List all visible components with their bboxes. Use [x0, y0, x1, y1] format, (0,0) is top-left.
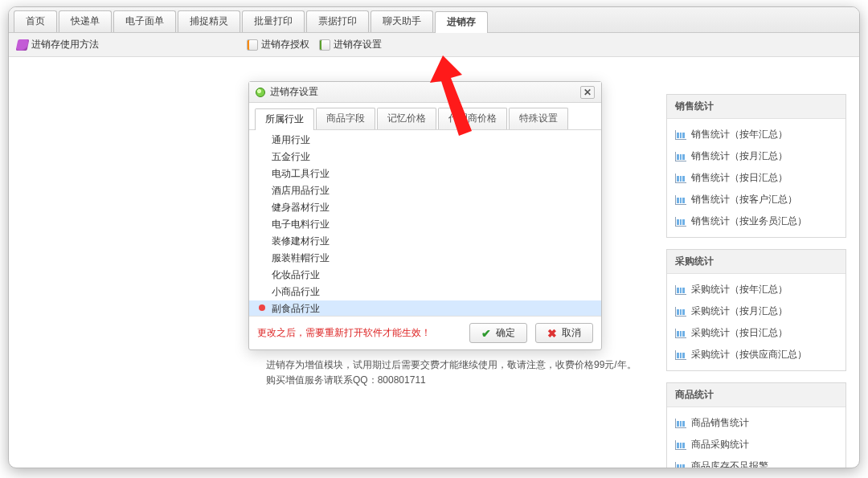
- industry-item[interactable]: 五金行业: [249, 149, 601, 165]
- main-tab[interactable]: 聊天助手: [371, 10, 433, 32]
- dialog-close-button[interactable]: ✕: [580, 86, 595, 99]
- dialog-tab[interactable]: 所属行业: [255, 108, 314, 130]
- toolbar-usage-methods[interactable]: 进销存使用方法: [17, 38, 99, 51]
- dialog-tab[interactable]: 特殊设置: [509, 108, 568, 129]
- sidebar-item[interactable]: 采购统计（按月汇总）: [667, 300, 845, 322]
- sidebar-item[interactable]: 销售统计（按月汇总）: [667, 145, 845, 167]
- industry-item[interactable]: 化妆品行业: [249, 267, 601, 284]
- sidebar-group: 销售统计销售统计（按年汇总）销售统计（按月汇总）销售统计（按日汇总）销售统计（按…: [666, 94, 846, 238]
- sidebar-group-items: 销售统计（按年汇总）销售统计（按月汇总）销售统计（按日汇总）销售统计（按客户汇总…: [667, 119, 845, 237]
- content-area: 进销存设置 ✕ 所属行业商品字段记忆价格代理商价格特殊设置 通用行业五金行业电动…: [9, 57, 859, 463]
- sidebar-item-label: 采购统计（按日汇总）: [691, 326, 788, 340]
- sidebar-group-title: 销售统计: [667, 95, 845, 119]
- industry-item[interactable]: 小商品行业: [249, 284, 601, 300]
- toolbar-auth[interactable]: 进销存授权: [247, 38, 309, 51]
- toolbar-settings-label: 进销存设置: [334, 38, 382, 51]
- sidebar-item-label: 商品采购统计: [691, 438, 749, 451]
- sidebar-group: 采购统计采购统计（按年汇总）采购统计（按月汇总）采购统计（按日汇总）采购统计（按…: [666, 249, 846, 371]
- main-tab[interactable]: 票据打印: [306, 10, 369, 32]
- chart-icon: [675, 440, 686, 450]
- chart-icon: [675, 462, 686, 469]
- settings-dialog: 进销存设置 ✕ 所属行业商品字段记忆价格代理商价格特殊设置 通用行业五金行业电动…: [248, 81, 602, 350]
- industry-item[interactable]: 电动工具行业: [249, 165, 601, 182]
- dialog-title: 进销存设置: [270, 85, 318, 99]
- cancel-button-label: 取消: [562, 326, 581, 340]
- dialog-titlebar: 进销存设置 ✕: [249, 82, 601, 103]
- industry-item[interactable]: 副食品行业: [249, 300, 601, 316]
- main-tab-strip: 首页快递单电子面单捕捉精灵批量打印票据打印聊天助手进销存: [9, 7, 859, 33]
- sidebar-group-title: 商品统计: [667, 383, 845, 407]
- sidebar-item[interactable]: 销售统计（按日汇总）: [667, 167, 845, 189]
- sidebar-group-items: 采购统计（按年汇总）采购统计（按月汇总）采购统计（按日汇总）采购统计（按供应商汇…: [667, 274, 845, 370]
- sidebar-item[interactable]: 采购统计（按年汇总）: [667, 279, 845, 300]
- dialog-footer-warning: 更改之后，需要重新打开软件才能生效！: [257, 326, 461, 340]
- sidebar-item[interactable]: 销售统计（按年汇总）: [667, 124, 845, 145]
- main-tab[interactable]: 首页: [14, 10, 57, 32]
- purchase-note-qq: 800801711: [378, 374, 426, 386]
- book-icon: [16, 39, 30, 51]
- auth-icon: [247, 39, 258, 51]
- dialog-tab[interactable]: 商品字段: [316, 108, 375, 129]
- sidebar-item-label: 商品库存不足报警: [691, 460, 768, 468]
- industry-item[interactable]: 健身器材行业: [249, 199, 601, 216]
- chart-icon: [675, 285, 686, 295]
- purchase-note-line2-prefix: 购买增值服务请联系QQ：: [266, 374, 378, 386]
- industry-item[interactable]: 通用行业: [249, 132, 601, 149]
- sidebar-item[interactable]: 商品采购统计: [667, 434, 845, 456]
- sidebar-item[interactable]: 采购统计（按日汇总）: [667, 322, 845, 344]
- sidebar-item-label: 销售统计（按日汇总）: [691, 171, 788, 185]
- app-window: 首页快递单电子面单捕捉精灵批量打印票据打印聊天助手进销存 进销存使用方法 进销存…: [8, 6, 860, 468]
- main-tab[interactable]: 快递单: [59, 10, 112, 32]
- sidebar-item-label: 采购统计（按月汇总）: [691, 304, 788, 318]
- dialog-status-icon: [256, 88, 265, 97]
- dialog-body: 通用行业五金行业电动工具行业酒店用品行业健身器材行业电子电料行业装修建材行业服装…: [249, 130, 601, 316]
- sidebar-item[interactable]: 采购统计（按供应商汇总）: [667, 344, 845, 366]
- dialog-tab[interactable]: 代理商价格: [438, 108, 507, 129]
- chart-icon: [675, 152, 686, 161]
- sidebar-item-label: 商品销售统计: [691, 416, 749, 430]
- main-tab[interactable]: 进销存: [435, 11, 488, 33]
- chart-icon: [675, 217, 686, 227]
- chart-icon: [675, 350, 686, 360]
- industry-item[interactable]: 装修建材行业: [249, 233, 601, 250]
- dialog-footer: 更改之后，需要重新打开软件才能生效！ ✔ 确定 ✖ 取消: [249, 316, 601, 349]
- main-tab[interactable]: 电子面单: [113, 10, 176, 32]
- check-icon: ✔: [481, 328, 491, 339]
- sidebar-item[interactable]: 商品库存不足报警: [667, 456, 845, 468]
- sidebar-item-label: 销售统计（按业务员汇总）: [691, 214, 807, 228]
- toolbar-settings[interactable]: 进销存设置: [319, 38, 382, 51]
- industry-item[interactable]: 酒店用品行业: [249, 182, 601, 199]
- sidebar-group-title: 采购统计: [667, 250, 845, 274]
- chart-icon: [675, 174, 686, 183]
- sidebar: 销售统计销售统计（按年汇总）销售统计（按月汇总）销售统计（按日汇总）销售统计（按…: [666, 94, 846, 468]
- industry-item[interactable]: 电子电料行业: [249, 216, 601, 233]
- close-icon: ✖: [547, 328, 557, 339]
- chart-icon: [675, 307, 686, 317]
- ok-button-label: 确定: [496, 326, 515, 340]
- settings-icon: [319, 39, 330, 51]
- sidebar-item[interactable]: 商品销售统计: [667, 412, 845, 434]
- sidebar-item-label: 销售统计（按年汇总）: [691, 128, 788, 141]
- sidebar-group: 商品统计商品销售统计商品采购统计商品库存不足报警: [666, 382, 846, 468]
- chart-icon: [675, 419, 686, 428]
- chart-icon: [675, 329, 686, 338]
- dialog-tab-strip: 所属行业商品字段记忆价格代理商价格特殊设置: [249, 103, 601, 130]
- main-tab[interactable]: 批量打印: [242, 10, 305, 32]
- main-tab[interactable]: 捕捉精灵: [178, 10, 240, 32]
- chart-icon: [675, 195, 686, 205]
- sidebar-item[interactable]: 销售统计（按业务员汇总）: [667, 210, 845, 232]
- sidebar-group-items: 商品销售统计商品采购统计商品库存不足报警: [667, 407, 845, 468]
- toolbar-usage-label: 进销存使用方法: [31, 38, 99, 51]
- chart-icon: [675, 130, 686, 140]
- toolbar-auth-label: 进销存授权: [261, 38, 309, 51]
- dialog-tab[interactable]: 记忆价格: [377, 108, 436, 129]
- sidebar-item-label: 销售统计（按客户汇总）: [691, 193, 797, 206]
- industry-list: 通用行业五金行业电动工具行业酒店用品行业健身器材行业电子电料行业装修建材行业服装…: [249, 130, 601, 316]
- cancel-button[interactable]: ✖ 取消: [535, 323, 593, 343]
- sidebar-item[interactable]: 销售统计（按客户汇总）: [667, 189, 845, 210]
- ok-button[interactable]: ✔ 确定: [469, 323, 527, 343]
- toolbar: 进销存使用方法 进销存授权 进销存设置: [9, 33, 859, 57]
- industry-item[interactable]: 服装鞋帽行业: [249, 250, 601, 267]
- sidebar-item-label: 销售统计（按月汇总）: [691, 149, 788, 163]
- purchase-note: 进销存为增值模块，试用期过后需要交费才能继续使用，敬请注意，收费价格99元/年。…: [266, 357, 637, 388]
